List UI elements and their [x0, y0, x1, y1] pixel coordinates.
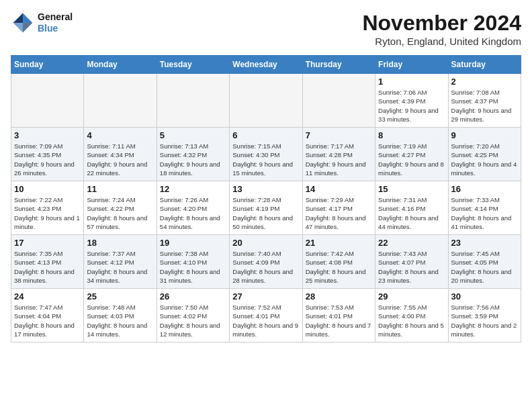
day-number: 13	[232, 184, 299, 194]
day-info: Sunrise: 7:19 AM Sunset: 4:27 PM Dayligh…	[378, 142, 445, 177]
calendar-cell: 28Sunrise: 7:53 AM Sunset: 4:01 PM Dayli…	[302, 289, 375, 342]
day-number: 15	[378, 184, 445, 194]
header-sunday: Sunday	[11, 56, 84, 74]
week-row-2: 3Sunrise: 7:09 AM Sunset: 4:35 PM Daylig…	[11, 128, 521, 181]
calendar-cell: 8Sunrise: 7:19 AM Sunset: 4:27 PM Daylig…	[375, 128, 448, 181]
day-info: Sunrise: 7:38 AM Sunset: 4:10 PM Dayligh…	[160, 249, 226, 285]
day-info: Sunrise: 7:56 AM Sunset: 3:59 PM Dayligh…	[451, 303, 518, 338]
day-info: Sunrise: 7:06 AM Sunset: 4:39 PM Dayligh…	[378, 88, 445, 124]
day-number: 19	[160, 238, 226, 248]
day-number: 8	[378, 130, 445, 140]
calendar-cell: 21Sunrise: 7:42 AM Sunset: 4:08 PM Dayli…	[302, 235, 375, 289]
svg-marker-1	[13, 13, 23, 23]
week-row-5: 24Sunrise: 7:47 AM Sunset: 4:04 PM Dayli…	[11, 289, 521, 342]
calendar-cell	[302, 74, 375, 128]
day-info: Sunrise: 7:11 AM Sunset: 4:34 PM Dayligh…	[87, 142, 153, 177]
calendar-cell: 14Sunrise: 7:29 AM Sunset: 4:17 PM Dayli…	[302, 181, 375, 235]
day-number: 20	[232, 238, 299, 248]
day-number: 4	[87, 130, 153, 140]
calendar-cell: 11Sunrise: 7:24 AM Sunset: 4:22 PM Dayli…	[84, 181, 157, 235]
day-number: 1	[378, 77, 445, 87]
week-row-4: 17Sunrise: 7:35 AM Sunset: 4:13 PM Dayli…	[11, 235, 521, 289]
day-number: 28	[306, 291, 372, 302]
day-info: Sunrise: 7:33 AM Sunset: 4:14 PM Dayligh…	[451, 195, 518, 231]
calendar-cell: 7Sunrise: 7:17 AM Sunset: 4:28 PM Daylig…	[302, 128, 375, 181]
calendar-cell: 30Sunrise: 7:56 AM Sunset: 3:59 PM Dayli…	[448, 289, 521, 342]
day-number: 10	[14, 184, 81, 194]
calendar-cell: 2Sunrise: 7:08 AM Sunset: 4:37 PM Daylig…	[448, 74, 521, 128]
day-number: 12	[160, 184, 226, 194]
location: Ryton, England, United Kingdom	[362, 36, 521, 47]
day-info: Sunrise: 7:45 AM Sunset: 4:05 PM Dayligh…	[451, 249, 518, 285]
logo-line2: Blue	[38, 23, 73, 34]
day-info: Sunrise: 7:47 AM Sunset: 4:04 PM Dayligh…	[14, 303, 81, 338]
day-number: 7	[306, 130, 372, 140]
calendar-header-row: SundayMondayTuesdayWednesdayThursdayFrid…	[11, 56, 521, 74]
calendar-cell: 22Sunrise: 7:43 AM Sunset: 4:07 PM Dayli…	[375, 235, 448, 289]
day-number: 25	[87, 291, 153, 302]
day-number: 16	[451, 184, 518, 194]
logo-line1: General	[38, 11, 73, 23]
day-info: Sunrise: 7:22 AM Sunset: 4:23 PM Dayligh…	[14, 195, 81, 231]
calendar-cell: 18Sunrise: 7:37 AM Sunset: 4:12 PM Dayli…	[84, 235, 157, 289]
day-info: Sunrise: 7:17 AM Sunset: 4:28 PM Dayligh…	[306, 142, 372, 177]
calendar-cell: 15Sunrise: 7:31 AM Sunset: 4:16 PM Dayli…	[375, 181, 448, 235]
calendar-cell: 25Sunrise: 7:48 AM Sunset: 4:03 PM Dayli…	[84, 289, 157, 342]
calendar-cell: 19Sunrise: 7:38 AM Sunset: 4:10 PM Dayli…	[157, 235, 229, 289]
logo-icon	[11, 11, 35, 35]
header-friday: Friday	[375, 56, 448, 74]
day-info: Sunrise: 7:50 AM Sunset: 4:02 PM Dayligh…	[160, 303, 226, 338]
calendar-cell: 20Sunrise: 7:40 AM Sunset: 4:09 PM Dayli…	[230, 235, 302, 289]
day-number: 21	[306, 238, 372, 248]
logo: General Blue	[11, 11, 73, 35]
day-info: Sunrise: 7:52 AM Sunset: 4:01 PM Dayligh…	[232, 303, 299, 338]
day-number: 22	[378, 238, 445, 248]
page-header: General Blue November 2024 Ryton, Englan…	[11, 11, 521, 47]
day-info: Sunrise: 7:35 AM Sunset: 4:13 PM Dayligh…	[14, 249, 81, 285]
day-info: Sunrise: 7:29 AM Sunset: 4:17 PM Dayligh…	[306, 195, 372, 231]
calendar-cell: 12Sunrise: 7:26 AM Sunset: 4:20 PM Dayli…	[157, 181, 229, 235]
day-info: Sunrise: 7:28 AM Sunset: 4:19 PM Dayligh…	[232, 195, 299, 231]
month-title: November 2024	[362, 11, 521, 36]
day-number: 27	[232, 291, 299, 302]
calendar-table: SundayMondayTuesdayWednesdayThursdayFrid…	[11, 55, 521, 342]
calendar-cell: 4Sunrise: 7:11 AM Sunset: 4:34 PM Daylig…	[84, 128, 157, 181]
title-block: November 2024 Ryton, England, United Kin…	[362, 11, 521, 47]
day-info: Sunrise: 7:08 AM Sunset: 4:37 PM Dayligh…	[451, 88, 518, 124]
header-monday: Monday	[84, 56, 157, 74]
header-thursday: Thursday	[302, 56, 375, 74]
day-info: Sunrise: 7:15 AM Sunset: 4:30 PM Dayligh…	[232, 142, 299, 177]
day-number: 9	[451, 130, 518, 140]
day-number: 23	[451, 238, 518, 248]
calendar-cell: 9Sunrise: 7:20 AM Sunset: 4:25 PM Daylig…	[448, 128, 521, 181]
header-saturday: Saturday	[448, 56, 521, 74]
calendar-cell	[157, 74, 229, 128]
calendar-cell: 10Sunrise: 7:22 AM Sunset: 4:23 PM Dayli…	[11, 181, 84, 235]
day-info: Sunrise: 7:37 AM Sunset: 4:12 PM Dayligh…	[87, 249, 153, 285]
day-info: Sunrise: 7:20 AM Sunset: 4:25 PM Dayligh…	[451, 142, 518, 177]
day-info: Sunrise: 7:48 AM Sunset: 4:03 PM Dayligh…	[87, 303, 153, 338]
calendar-cell: 24Sunrise: 7:47 AM Sunset: 4:04 PM Dayli…	[11, 289, 84, 342]
calendar-cell: 6Sunrise: 7:15 AM Sunset: 4:30 PM Daylig…	[230, 128, 302, 181]
calendar-cell: 23Sunrise: 7:45 AM Sunset: 4:05 PM Dayli…	[448, 235, 521, 289]
calendar-cell: 16Sunrise: 7:33 AM Sunset: 4:14 PM Dayli…	[448, 181, 521, 235]
header-wednesday: Wednesday	[230, 56, 302, 74]
day-number: 2	[451, 77, 518, 87]
day-info: Sunrise: 7:09 AM Sunset: 4:35 PM Dayligh…	[14, 142, 81, 177]
day-number: 29	[378, 291, 445, 302]
day-number: 14	[306, 184, 372, 194]
day-info: Sunrise: 7:43 AM Sunset: 4:07 PM Dayligh…	[378, 249, 445, 285]
day-number: 3	[14, 130, 81, 140]
calendar-cell	[230, 74, 302, 128]
day-info: Sunrise: 7:26 AM Sunset: 4:20 PM Dayligh…	[160, 195, 226, 231]
calendar-cell	[11, 74, 84, 128]
calendar-cell	[84, 74, 157, 128]
day-info: Sunrise: 7:24 AM Sunset: 4:22 PM Dayligh…	[87, 195, 153, 231]
day-number: 30	[451, 291, 518, 302]
day-number: 11	[87, 184, 153, 194]
svg-marker-3	[23, 23, 32, 32]
svg-marker-2	[13, 23, 23, 32]
calendar-cell: 29Sunrise: 7:55 AM Sunset: 4:00 PM Dayli…	[375, 289, 448, 342]
week-row-1: 1Sunrise: 7:06 AM Sunset: 4:39 PM Daylig…	[11, 74, 521, 128]
calendar-cell: 5Sunrise: 7:13 AM Sunset: 4:32 PM Daylig…	[157, 128, 229, 181]
